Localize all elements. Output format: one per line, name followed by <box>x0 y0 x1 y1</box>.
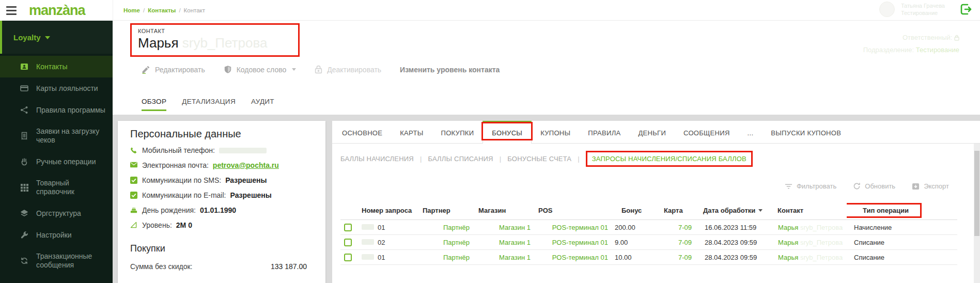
tab-main[interactable]: ОСНОВНОЕ <box>333 123 391 143</box>
partner-link[interactable]: Партнёр <box>443 239 470 246</box>
table-row[interactable]: 01 Партнёр Магазин 1 POS-терминал 01 200… <box>340 220 957 235</box>
sidebar-item-contacts[interactable]: Контакты <box>0 56 113 77</box>
sidebar-item-org-structure[interactable]: Оргструктура <box>0 202 113 224</box>
store-link[interactable]: Магазин 1 <box>499 254 531 261</box>
row-checkbox[interactable] <box>344 239 352 246</box>
header-card[interactable]: Карта <box>657 207 696 214</box>
tab-more[interactable]: ... <box>739 123 763 143</box>
row-checkbox[interactable] <box>344 254 352 261</box>
loyalty-card-icon <box>20 84 29 93</box>
module-switcher[interactable]: Loyalty <box>0 21 113 54</box>
partner-link[interactable]: Партнёр <box>443 254 470 261</box>
header-pos[interactable]: POS <box>535 207 612 214</box>
contact-name: Марья sryb_Петрова <box>138 35 267 51</box>
contact-link[interactable]: Марья <box>778 254 798 261</box>
contact-link[interactable]: Марья <box>778 224 798 231</box>
subtab-separator: | <box>420 155 422 163</box>
export-button[interactable]: Экспорт <box>912 182 949 190</box>
cell-bonus: 9.00 <box>612 239 657 246</box>
tab-coupon-issues[interactable]: ВЫПУСКИ КУПОНОВ <box>762 123 850 143</box>
breadcrumb-home[interactable]: Home <box>123 7 140 13</box>
checkbox-checked-icon <box>130 192 138 199</box>
tab-overview[interactable]: ОБЗОР <box>142 98 166 111</box>
breadcrumb: Home / Контакты / Контакт <box>123 7 205 13</box>
change-level-button[interactable]: Изменить уровень контакта <box>400 66 500 74</box>
level-value: 2М 0 <box>176 221 192 230</box>
tab-coupons[interactable]: КУПОНЫ <box>532 123 579 143</box>
refresh-icon <box>853 182 861 190</box>
redacted-text: sryb_Петрова <box>800 224 843 231</box>
partner-link[interactable]: Партнёр <box>443 224 470 231</box>
redacted-text <box>362 224 374 230</box>
level-triangle-icon <box>130 222 138 229</box>
subtab-redemption-points[interactable]: БАЛЛЫ СПИСАНИЯ <box>428 155 493 163</box>
filter-button[interactable]: Фильтровать <box>785 182 836 190</box>
header-partner[interactable]: Партнер <box>420 207 474 214</box>
tab-rules[interactable]: ПРАВИЛА <box>579 123 629 143</box>
subtab-bonus-accounts[interactable]: БОНУСНЫЕ СЧЕТА <box>507 155 571 163</box>
sidebar-item-loyalty-cards[interactable]: Карты лояльности <box>0 77 113 99</box>
vertical-scrollbar[interactable] <box>974 144 980 283</box>
edit-button[interactable]: Редактировать <box>142 65 205 74</box>
sidebar-nav: Контакты Карты лояльности Правила програ… <box>0 54 113 276</box>
faded-meta: Ответственный: Подразделение: Тестирован… <box>863 32 959 56</box>
card-link[interactable]: 7-09 <box>678 254 692 261</box>
header-request-number[interactable]: Номер запроса <box>359 207 420 214</box>
cake-icon <box>130 207 138 214</box>
sidebar-item-label: Товарный справочник <box>36 179 108 196</box>
header-contact[interactable]: Контакт <box>770 207 847 214</box>
email-link[interactable]: petrova@pochta.ru <box>213 161 279 170</box>
table-toolbar: Фильтровать Обновить Экспо <box>340 182 949 190</box>
avatar <box>879 2 895 17</box>
subtab-separator: | <box>578 155 580 163</box>
hamburger-menu-icon[interactable] <box>6 6 17 15</box>
tab-purchases[interactable]: ПОКУПКИ <box>432 123 483 143</box>
pos-link[interactable]: POS-терминал 01 <box>552 254 608 261</box>
header-store[interactable]: Магазин <box>474 207 535 214</box>
logout-icon[interactable] <box>959 3 973 16</box>
breadcrumb-contacts[interactable]: Контакты <box>148 7 176 13</box>
contact-link[interactable]: Марья <box>778 239 798 246</box>
card-link[interactable]: 7-09 <box>678 224 692 231</box>
filter-icon <box>785 183 792 190</box>
detail-panel: ОСНОВНОЕ КАРТЫ ПОКУПКИ БОНУСЫ КУПОНЫ ПРА… <box>332 121 980 283</box>
table-row[interactable]: 01 Партнёр Магазин 1 POS-терминал 01 10.… <box>340 250 957 265</box>
sidebar-item-label: Контакты <box>36 62 67 71</box>
phone-field: Мобильный телефон: <box>130 146 313 155</box>
subtab-accrual-points[interactable]: БАЛЛЫ НАЧИСЛЕНИЯ <box>340 155 414 163</box>
header-processing-date[interactable]: Дата обработки <box>696 207 770 214</box>
codeword-button[interactable]: Кодовое слово <box>224 65 297 74</box>
workspace: Персональные данные Мобильный телефон: Э… <box>113 115 980 283</box>
sidebar-item-product-catalog[interactable]: Товарный справочник <box>0 172 113 202</box>
refresh-button[interactable]: Обновить <box>853 182 895 190</box>
tab-audit[interactable]: АУДИТ <box>251 98 274 111</box>
card-link[interactable]: 7-09 <box>678 239 692 246</box>
sidebar-item-program-rules[interactable]: Правила программы <box>0 99 113 121</box>
scrollbar-thumb[interactable] <box>974 151 979 236</box>
level-field: Уровень: 2М 0 <box>130 221 313 230</box>
sidebar-item-receipt-requests[interactable]: Заявки на загрузку чеков <box>0 121 113 151</box>
pos-link[interactable]: POS-терминал 01 <box>552 239 608 246</box>
table-row[interactable]: 02 Партнёр Магазин 1 POS-терминал 01 9.0… <box>340 235 957 250</box>
subtab-separator: | <box>500 155 502 163</box>
purchases-title: Покупки <box>130 243 313 254</box>
sidebar-item-transactional-messages[interactable]: Транзакционные сообщения <box>0 246 113 276</box>
tab-money[interactable]: ДЕНЬГИ <box>629 123 675 143</box>
contact-header: КОНТАКТ Марья sryb_Петрова Ответственный… <box>113 21 980 115</box>
sidebar-item-manual-operations[interactable]: Ручные операции <box>0 151 113 172</box>
store-link[interactable]: Магазин 1 <box>499 239 531 246</box>
header-operation-type[interactable]: Тип операции <box>847 203 957 218</box>
row-checkbox[interactable] <box>344 224 352 231</box>
store-link[interactable]: Магазин 1 <box>499 224 531 231</box>
tab-messages[interactable]: СООБЩЕНИЯ <box>675 123 739 143</box>
tab-bonuses[interactable]: БОНУСЫ <box>483 121 532 144</box>
header-bonus[interactable]: Бонус <box>612 207 657 214</box>
annotation-box-operation-type: Тип операции <box>847 203 922 218</box>
pos-link[interactable]: POS-терминал 01 <box>552 224 608 231</box>
tab-cards[interactable]: КАРТЫ <box>391 123 432 143</box>
tab-details[interactable]: ДЕТАЛИЗАЦИЯ <box>182 98 236 111</box>
sidebar-item-settings[interactable]: Настройки <box>0 224 113 246</box>
subtab-point-requests[interactable]: ЗАПРОСЫ НАЧИСЛЕНИЯ/СПИСАНИЯ БАЛЛОВ <box>586 151 753 167</box>
sidebar-item-label: Настройки <box>36 231 72 240</box>
deactivate-button[interactable]: Деактивировать <box>315 65 381 74</box>
